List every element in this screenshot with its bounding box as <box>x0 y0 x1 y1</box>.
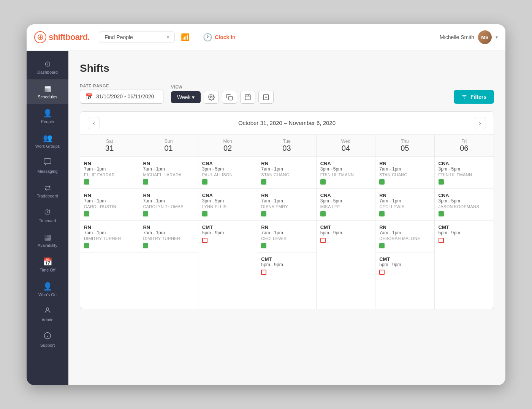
status-indicator <box>84 243 89 248</box>
sidebar-item-label: Tradeboard <box>37 194 58 199</box>
user-menu-chevron-icon[interactable]: ▾ <box>496 35 498 40</box>
day-number: 02 <box>202 144 253 153</box>
schedules-icon: ▦ <box>44 84 51 93</box>
sidebar-item-dashboard[interactable]: ⊙ Dashboard <box>27 55 68 79</box>
shift-card[interactable]: CMT 5pm - 9pm <box>257 253 316 279</box>
shift-card[interactable]: RN 7am - 1pm STAN CHANG <box>375 157 434 189</box>
sidebar-item-work-groups[interactable]: 👥 Work Groups <box>27 129 68 153</box>
sidebar-item-availability[interactable]: ▦ Availability <box>27 228 68 253</box>
settings-view-button[interactable] <box>204 91 219 104</box>
calendar-range-title: October 31, 2020 – November 6, 2020 <box>238 120 336 126</box>
add-view-button[interactable] <box>258 91 274 104</box>
main-layout: ⊙ Dashboard ▦ Schedules 👤 People 👥 Work … <box>27 51 505 385</box>
sidebar-item-tradeboard[interactable]: ⇄ Tradeboard <box>27 178 68 203</box>
calendar-container: ‹ October 31, 2020 – November 6, 2020 › … <box>80 111 494 309</box>
shifts-grid: RN 7am - 1pm ELLIE FARRAR RN 7am - 1pm C… <box>80 157 494 309</box>
sidebar-item-timecard[interactable]: ⏱ Timecard <box>27 204 68 228</box>
shift-card[interactable]: CMT 5pm - 9pm <box>198 221 257 247</box>
status-indicator <box>261 270 266 275</box>
find-people-text: Find People <box>104 34 133 40</box>
shift-card[interactable]: RN 7am - 1pm CECI LEWIS <box>375 189 434 221</box>
svg-rect-3 <box>229 96 233 100</box>
svg-point-0 <box>46 308 49 311</box>
top-bar: shiftboard. Find People ▾ 📶 🕐 Clock In M… <box>27 24 505 51</box>
clipboard-view-button[interactable] <box>240 91 255 104</box>
day-col-sat: RN 7am - 1pm ELLIE FARRAR RN 7am - 1pm C… <box>80 157 139 309</box>
sidebar-item-time-off[interactable]: 📅 Time Off <box>27 253 68 277</box>
copy-view-button[interactable] <box>222 91 237 104</box>
logo: shiftboard. <box>34 31 90 43</box>
status-indicator <box>320 179 326 185</box>
shift-card[interactable]: RN 7am - 1pm DIANA EMRY <box>257 189 316 221</box>
wifi-icon: 📶 <box>181 33 189 41</box>
sidebar-item-admin[interactable]: Admin <box>27 302 68 327</box>
shift-card[interactable]: CNA 3pm - 5pm JASON KOOPMANS <box>435 189 494 221</box>
filters-button[interactable]: Filters <box>454 90 494 104</box>
shift-card[interactable]: CMT 5pm - 9pm <box>435 221 494 247</box>
next-week-button[interactable]: › <box>474 117 486 129</box>
shift-card[interactable]: CNA 3pm - 5pm ERIN HILTMANN <box>435 157 494 189</box>
status-indicator <box>261 179 266 185</box>
availability-icon: ▦ <box>44 232 51 242</box>
status-indicator <box>320 211 326 216</box>
day-col-sun: RN 7am - 1pm MICHAEL HARADA RN 7am - 1pm… <box>139 157 198 309</box>
shift-card[interactable]: RN 7am - 1pm CAROL RUSTIN <box>80 189 139 221</box>
shift-card[interactable]: RN 7am - 1pm DIMITRY TURNER <box>139 221 198 253</box>
shift-card[interactable]: RN 7am - 1pm CAROLYN THOMAS <box>139 189 198 221</box>
sidebar-item-label: Work Groups <box>35 144 60 149</box>
shift-card[interactable]: CNA 3pm - 5pm LYNN ELLIS <box>198 189 257 221</box>
shift-card[interactable]: CNA 3pm - 5pm PAUL ALLISON <box>198 157 257 189</box>
app-window: shiftboard. Find People ▾ 📶 🕐 Clock In M… <box>27 24 505 385</box>
calendar-day-headers: Sat 31 Sun 01 Mon 02 Tue 03 <box>80 135 494 157</box>
status-indicator <box>143 211 148 216</box>
day-col-tue: RN 7am - 1pm STAN CHANG RN 7am - 1pm DIA… <box>257 157 316 309</box>
clock-in-button[interactable]: 🕐 Clock In <box>203 33 235 42</box>
sidebar-item-whos-on[interactable]: 👤 Who's On <box>27 277 68 302</box>
shift-card[interactable]: CNA 3pm - 5pm ERIN HILTMANN <box>317 157 375 189</box>
sidebar-item-label: Timecard <box>39 218 56 223</box>
day-header-sun: Sun 01 <box>139 135 198 157</box>
sidebar-item-label: Support <box>40 343 55 348</box>
time-off-icon: 📅 <box>43 257 52 266</box>
status-indicator <box>202 179 207 185</box>
date-range-label: DATE RANGE <box>80 84 163 88</box>
view-controls: Week ▾ <box>171 91 274 104</box>
sidebar-item-people[interactable]: 👤 People <box>27 104 68 129</box>
shift-card[interactable]: RN 7am - 1pm MICHAEL HARADA <box>139 157 198 189</box>
sidebar-item-messaging[interactable]: Messaging <box>27 153 68 178</box>
user-name: Michelle Smith <box>440 34 474 40</box>
day-col-wed: CNA 3pm - 5pm ERIN HILTMANN CNA 3pm - 5p… <box>317 157 375 309</box>
shift-card[interactable]: CMT 5pm - 9pm <box>317 221 375 247</box>
day-header-tue: Tue 03 <box>257 135 316 157</box>
status-indicator <box>202 238 207 243</box>
day-col-mon: CNA 3pm - 5pm PAUL ALLISON CNA 3pm - 5pm… <box>198 157 257 309</box>
shift-card[interactable]: RN 7am - 1pm DEBORAH MALONE <box>375 221 434 253</box>
controls-right: Filters <box>454 90 494 104</box>
day-number: 04 <box>320 144 371 153</box>
support-icon <box>44 332 51 341</box>
shift-card[interactable]: RN 7am - 1pm ELLIE FARRAR <box>80 157 139 189</box>
shift-card[interactable]: RN 7am - 1pm STAN CHANG <box>257 157 316 189</box>
status-indicator <box>143 243 148 248</box>
status-indicator <box>379 270 385 275</box>
timecard-icon: ⏱ <box>44 208 51 217</box>
whos-on-icon: 👤 <box>43 282 52 291</box>
sidebar-item-label: Who's On <box>38 292 57 297</box>
shift-card[interactable]: CNA 3pm - 5pm MIKA LEE <box>317 189 375 221</box>
find-people-dropdown[interactable]: Find People ▾ <box>99 32 175 43</box>
day-name: Fri <box>439 139 490 144</box>
shift-card[interactable]: RN 7am - 1pm CECI LEWIS <box>257 221 316 253</box>
prev-week-button[interactable]: ‹ <box>88 117 100 129</box>
status-indicator <box>84 179 89 185</box>
shift-card[interactable]: CMT 5pm - 9pm <box>375 253 434 279</box>
date-range-picker[interactable]: 📅 31/10/2020 - 06/11/2020 <box>80 90 163 104</box>
status-indicator <box>379 211 385 216</box>
sidebar-item-support[interactable]: Support <box>27 327 68 352</box>
logo-icon <box>34 31 46 43</box>
chevron-down-icon: ▾ <box>167 35 169 40</box>
status-indicator <box>439 179 444 185</box>
day-name: Sun <box>143 139 194 144</box>
week-view-button[interactable]: Week ▾ <box>171 91 201 103</box>
shift-card[interactable]: RN 7am - 1pm DIMITRY TURNER <box>80 221 139 253</box>
sidebar-item-schedules[interactable]: ▦ Schedules <box>27 79 68 104</box>
